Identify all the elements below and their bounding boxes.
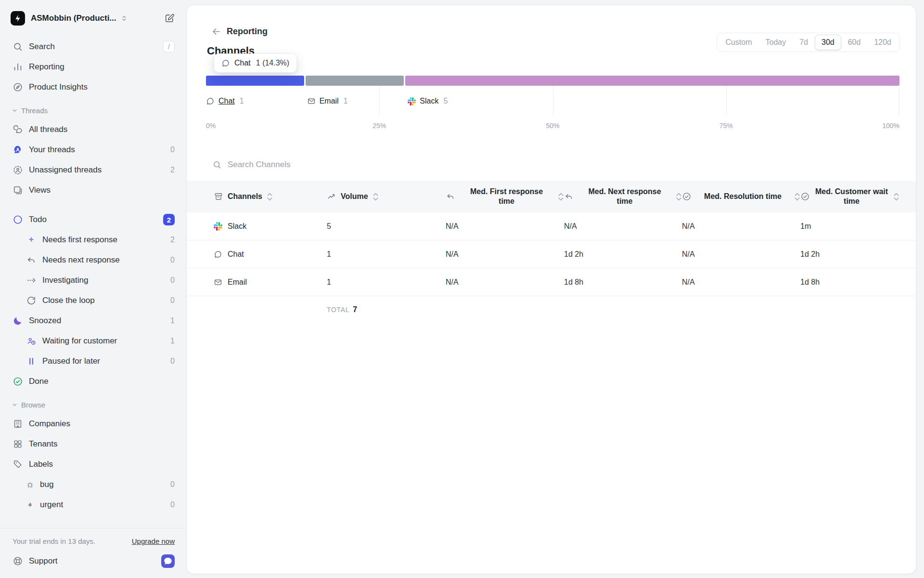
support-button[interactable]: Support — [0, 550, 186, 572]
chat-icon — [214, 250, 222, 259]
bar-segment-chat[interactable] — [206, 76, 304, 86]
sidebar-item-product-insights[interactable]: Product Insights — [0, 77, 186, 97]
chat-icon — [206, 97, 215, 105]
count: 0 — [168, 296, 175, 305]
todo-circle-icon — [13, 214, 23, 225]
dashed-arrow-icon — [26, 275, 37, 286]
legend-item-chat[interactable]: Chat 1 — [206, 97, 244, 105]
trial-note: Your trial ends in 13 days. — [13, 537, 95, 545]
range-60d[interactable]: 60d — [841, 35, 868, 50]
workspace-logo-icon — [11, 11, 25, 26]
sidebar-item-done[interactable]: Done — [0, 371, 186, 392]
bar-segment-email[interactable] — [306, 76, 404, 86]
workspace-name: ASMobbin (Producti... — [31, 13, 116, 23]
grid-icon — [13, 439, 23, 449]
your-threads-icon — [13, 144, 23, 155]
column-header-next-response[interactable]: Med. Next response time — [564, 187, 682, 206]
compose-button[interactable] — [164, 13, 175, 24]
column-header-volume[interactable]: Volume — [327, 192, 446, 201]
channels-search — [212, 159, 887, 170]
sidebar-item-label-urgent[interactable]: urgent 0 — [0, 495, 186, 515]
reply-icon — [26, 255, 37, 265]
sidebar-item-needs-first-response[interactable]: Needs first response 2 — [0, 230, 186, 250]
building-icon — [13, 419, 23, 429]
sort-icon — [794, 192, 800, 201]
reply-icon — [446, 192, 455, 201]
sort-icon — [676, 192, 682, 201]
table-row-email[interactable]: Email 1 N/A 1d 8h N/A 1d 8h — [187, 268, 916, 296]
sidebar-item-paused-for-later[interactable]: Paused for later 0 — [0, 351, 186, 371]
reply-icon — [564, 192, 574, 201]
table-row-chat[interactable]: Chat 1 N/A 1d 2h N/A 1d 2h — [187, 240, 916, 268]
range-custom[interactable]: Custom — [719, 35, 758, 50]
loop-icon — [26, 295, 37, 306]
legend-item-email[interactable]: Email 1 — [307, 97, 348, 105]
sidebar-item-reporting[interactable]: Reporting — [0, 57, 186, 77]
x-tick-0: 0% — [206, 122, 216, 130]
table-header: Channels Volume Med. First response time… — [187, 181, 916, 212]
table-row-slack[interactable]: Slack 5 N/A N/A N/A 1m — [187, 212, 916, 240]
count: 2 — [168, 166, 175, 174]
chevron-down-icon — [12, 402, 18, 408]
moon-icon — [13, 315, 23, 326]
breadcrumb-title: Reporting — [227, 26, 268, 37]
x-tick-25: 25% — [372, 122, 386, 130]
sparkle-icon — [26, 235, 37, 245]
chart-tooltip: Chat 1 (14.3%) — [214, 53, 297, 73]
sidebar-item-todo[interactable]: Todo 2 — [0, 210, 186, 230]
section-header-browse[interactable]: Browse — [0, 395, 186, 414]
todo-count-badge: 2 — [163, 214, 175, 225]
table-footer: TOTAL 7 — [187, 295, 916, 317]
sidebar-item-labels[interactable]: Labels — [0, 454, 186, 474]
bar-segment-slack[interactable] — [405, 76, 899, 86]
count: 1 — [168, 337, 175, 345]
column-header-first-response[interactable]: Med. First response time — [446, 187, 564, 206]
column-header-channels[interactable]: Channels — [214, 192, 327, 201]
sidebar-item-label-bug[interactable]: bug 0 — [0, 474, 186, 495]
sidebar-item-snoozed[interactable]: Snoozed 1 — [0, 311, 186, 331]
slack-icon — [408, 97, 416, 105]
count: 0 — [168, 480, 175, 489]
unassigned-icon — [13, 165, 23, 175]
app-avatar[interactable] — [161, 554, 175, 568]
life-ring-icon — [13, 556, 23, 566]
sidebar-footer: Your trial ends in 13 days. Upgrade now … — [0, 528, 186, 578]
range-7d[interactable]: 7d — [793, 35, 815, 50]
sidebar-item-waiting-for-customer[interactable]: Waiting for customer 1 — [0, 331, 186, 351]
sort-icon — [372, 192, 379, 201]
sidebar-item-search[interactable]: Search / — [0, 37, 186, 57]
sidebar-item-companies[interactable]: Companies — [0, 414, 186, 434]
date-range-selector: Custom Today 7d 30d 60d 120d — [717, 33, 900, 52]
upgrade-link[interactable]: Upgrade now — [132, 537, 175, 545]
sidebar-item-all-threads[interactable]: All threads — [0, 119, 186, 140]
sidebar-item-views[interactable]: Views — [0, 180, 186, 200]
workspace-switcher[interactable]: ASMobbin (Producti... — [0, 8, 186, 29]
tag-icon — [13, 459, 23, 470]
sidebar-item-unassigned-threads[interactable]: Unassigned threads 2 — [0, 160, 186, 180]
range-today[interactable]: Today — [759, 35, 793, 50]
total: TOTAL 7 — [327, 305, 446, 314]
search-channels-input[interactable] — [227, 159, 887, 170]
sidebar-item-needs-next-response[interactable]: Needs next response 0 — [0, 250, 186, 270]
sidebar-item-investigating[interactable]: Investigating 0 — [0, 270, 186, 290]
back-arrow-icon — [211, 26, 221, 37]
count: 0 — [168, 276, 175, 285]
sidebar-item-tenants[interactable]: Tenants — [0, 434, 186, 454]
back-button[interactable] — [211, 26, 221, 37]
views-icon — [13, 185, 23, 196]
range-120d[interactable]: 120d — [867, 35, 898, 50]
column-header-customer-wait[interactable]: Med. Customer wait time — [800, 187, 899, 206]
sidebar-item-your-threads[interactable]: Your threads 0 — [0, 140, 186, 160]
legend-item-slack[interactable]: Slack 5 — [408, 97, 448, 105]
section-header-threads[interactable]: Threads — [0, 101, 186, 119]
sidebar-item-close-the-loop[interactable]: Close the loop 0 — [0, 290, 186, 311]
count: 2 — [168, 236, 175, 244]
chat-icon — [221, 59, 230, 67]
mail-icon — [307, 97, 316, 105]
count: 0 — [168, 500, 175, 509]
check-circle-icon — [13, 376, 23, 387]
main-panel: Reporting Custom Today 7d 30d 60d 120d C… — [186, 5, 916, 574]
column-header-resolution[interactable]: Med. Resolution time — [682, 192, 800, 201]
range-30d[interactable]: 30d — [815, 35, 841, 50]
search-shortcut-badge: / — [163, 41, 175, 53]
